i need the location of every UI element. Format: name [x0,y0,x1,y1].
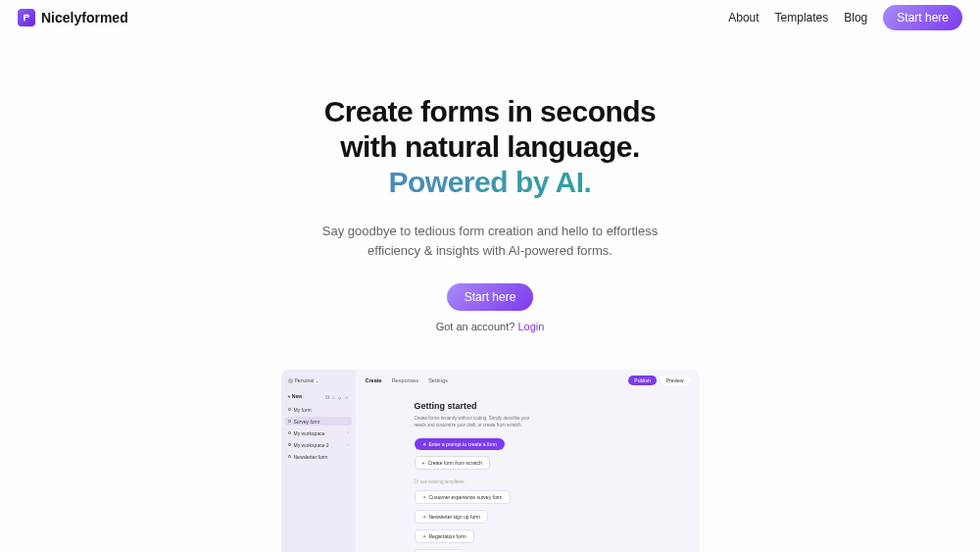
hero-subtext: Say goodbye to tedious form creation and… [0,222,980,260]
folder-icon [288,443,291,446]
hero-line-3: Powered by AI. [0,165,980,200]
avatar-icon [288,378,293,383]
hero-line-1: Create forms in seconds [324,95,657,127]
publish-button[interactable]: Publish [628,376,656,385]
form-icon [288,455,291,458]
enter-prompt-button[interactable]: ✦ Enter a prompt to create a form [415,438,505,450]
top-nav: About Templates Blog Start here [728,5,962,30]
nav-about[interactable]: About [728,11,759,25]
getting-started-description: Create forms instantly without coding. S… [415,416,552,429]
template-label: Registration form [429,533,466,539]
new-form-button[interactable]: + New [288,393,303,399]
copy-icon[interactable]: ⧉ [325,394,329,398]
hero-sub-2: efficiency & insights with AI-powered fo… [368,243,612,258]
scratch-button-label: Create form from scratch [427,460,481,466]
home-icon[interactable]: ⌂ [332,394,336,398]
chevron-right-icon: › [347,442,348,447]
chevron-right-icon: › [347,430,348,435]
new-form-row: + New ⧉ ⌂ ▿ ⌕ [285,392,352,402]
hero-headline: Create forms in seconds with natural lan… [0,94,980,200]
app-preview: Personal ⌄ + New ⧉ ⌂ ▿ ⌕ My form Survey … [281,370,700,552]
template-contact[interactable]: ✦ Contact form [415,549,466,553]
search-icon[interactable]: ⌕ [345,394,349,398]
preview-button[interactable]: Preview [661,376,690,385]
login-prompt-text: Got an account? [436,321,518,332]
brand-name: Nicelyformed [41,10,128,25]
preview-content: Getting started Create forms instantly w… [356,391,700,552]
nav-start-here-button[interactable]: Start here [883,5,962,30]
sidebar-item-label: My workspace [294,430,325,436]
desc-line-1: Create forms instantly without coding. S… [415,416,530,421]
or-use-templates-label: Or use existing templates: [415,479,641,484]
sidebar-item-label: My form [294,407,312,413]
preview-topbar: Create Responses Settings Publish Previe… [356,370,700,391]
tab-responses[interactable]: Responses [392,377,419,383]
preview-tabs: Create Responses Settings [366,377,449,383]
login-link[interactable]: Login [517,321,544,332]
sidebar-item-newsletter-form[interactable]: Newsletter form [285,452,352,461]
site-header: Nicelyformed About Templates Blog Start … [0,0,980,35]
getting-started-heading: Getting started [415,401,641,411]
template-newsletter-signup[interactable]: ✦ Newsletter sign up form [415,510,489,524]
plus-icon: + [422,460,425,466]
workspace-switcher[interactable]: Personal ⌄ [285,376,352,385]
desc-line-2: needs and customize your draft, or creat… [415,423,522,427]
sidebar-item-my-workspace[interactable]: My workspace › [285,428,352,437]
preview-main: Create Responses Settings Publish Previe… [356,370,700,552]
prompt-button-label: Enter a prompt to create a form [429,441,497,447]
sidebar-item-my-form[interactable]: My form [285,405,352,414]
template-customer-experience[interactable]: ✦ Customer experience survey form [415,490,511,504]
nav-blog[interactable]: Blog [844,11,867,25]
template-label: Customer experience survey form [429,494,503,500]
create-from-scratch-button[interactable]: + Create form from scratch [415,456,490,470]
sparkle-icon: ✦ [422,494,426,500]
sparkle-icon: ✦ [422,441,426,447]
sparkle-icon: ✦ [422,514,426,520]
tab-create[interactable]: Create [366,377,382,383]
template-registration[interactable]: ✦ Registration form [415,529,474,543]
logo-icon [18,9,35,26]
hero-start-here-button[interactable]: Start here [447,283,534,311]
chevron-down-icon: ⌄ [316,378,318,383]
preview-actions: Publish Preview [628,376,689,385]
hero-line-2: with natural language. [340,130,640,163]
sidebar-item-survey-form[interactable]: Survey form [285,417,352,426]
sidebar-item-label: Newsletter form [294,454,328,460]
filter-icon[interactable]: ▿ [338,394,342,398]
sidebar-toolbar: ⧉ ⌂ ▿ ⌕ [325,394,349,398]
login-prompt: Got an account? Login [0,321,980,332]
sparkle-icon: ✦ [422,533,426,539]
template-list: ✦ Customer experience survey form ✦ News… [415,490,641,553]
hero-sub-1: Say goodbye to tedious form creation and… [322,224,658,238]
sidebar-item-my-workspace-2[interactable]: My workspace 2 › [285,440,352,449]
form-icon [288,408,291,411]
tab-settings[interactable]: Settings [428,377,448,383]
nav-templates[interactable]: Templates [775,11,829,25]
template-label: Newsletter sign up form [429,514,481,520]
sidebar-item-label: Survey form [294,419,320,425]
hero-section: Create forms in seconds with natural lan… [0,94,980,332]
sidebar-item-label: My workspace 2 [294,442,329,448]
form-icon [288,420,291,423]
preview-sidebar: Personal ⌄ + New ⧉ ⌂ ▿ ⌕ My form Survey … [281,370,356,552]
workspace-name: Personal [295,377,315,383]
brand-logo[interactable]: Nicelyformed [18,9,128,26]
folder-icon [288,431,291,434]
